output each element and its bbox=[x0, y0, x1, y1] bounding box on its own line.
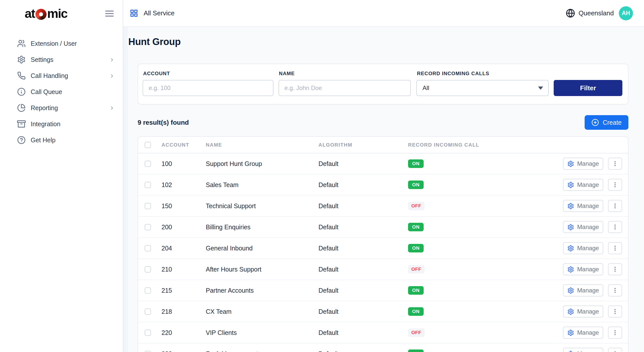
plus-circle-icon bbox=[591, 119, 599, 126]
manage-button[interactable]: Manage bbox=[563, 242, 603, 254]
cell-algorithm: Default bbox=[318, 308, 408, 315]
name-filter-input[interactable] bbox=[278, 80, 411, 96]
manage-button-label: Manage bbox=[577, 181, 599, 188]
manage-button[interactable]: Manage bbox=[563, 305, 603, 318]
sidebar-item-call-queue[interactable]: Call Queue bbox=[0, 84, 123, 100]
cell-algorithm: Default bbox=[318, 287, 408, 294]
brand-logo: atmic bbox=[25, 6, 67, 21]
manage-button-label: Manage bbox=[577, 350, 599, 352]
record-status-badge: OFF bbox=[408, 265, 425, 274]
all-service-button[interactable]: All Service bbox=[130, 9, 175, 17]
cell-name: Billing Enquiries bbox=[206, 224, 318, 231]
row-menu-button[interactable] bbox=[608, 179, 622, 191]
row-menu-button[interactable] bbox=[608, 158, 622, 170]
gear-icon bbox=[567, 224, 574, 231]
manage-button[interactable]: Manage bbox=[563, 158, 603, 170]
row-checkbox[interactable] bbox=[145, 182, 151, 188]
row-checkbox[interactable] bbox=[145, 287, 151, 294]
select-all-checkbox[interactable] bbox=[145, 142, 151, 148]
filter-panel: ACCOUNT NAME RECORD INCOMING CALLS All F… bbox=[138, 64, 628, 105]
kebab-icon bbox=[612, 203, 618, 209]
record-filter-label: RECORD INCOMING CALLS bbox=[417, 71, 549, 76]
gear-icon bbox=[567, 287, 574, 294]
kebab-icon bbox=[612, 182, 618, 188]
row-menu-button[interactable] bbox=[608, 305, 622, 318]
row-checkbox[interactable] bbox=[145, 161, 151, 167]
sidebar-item-get-help[interactable]: Get Help bbox=[0, 132, 123, 148]
record-status-badge: ON bbox=[408, 349, 424, 352]
sidebar-item-integration[interactable]: Integration bbox=[0, 116, 123, 132]
manage-button[interactable]: Manage bbox=[563, 348, 603, 352]
chevron-right-icon bbox=[109, 57, 115, 62]
gear-icon bbox=[567, 203, 574, 209]
chevron-right-icon bbox=[109, 105, 115, 111]
cell-algorithm: Default bbox=[318, 329, 408, 336]
row-menu-button[interactable] bbox=[608, 221, 622, 233]
record-status-badge: OFF bbox=[408, 328, 425, 337]
create-button[interactable]: Create bbox=[585, 115, 628, 130]
manage-button[interactable]: Manage bbox=[563, 263, 603, 275]
table-row: 210 After Hours Support Default OFF Mana… bbox=[138, 259, 628, 280]
cell-account: 200 bbox=[162, 224, 206, 231]
sidebar-item-settings[interactable]: Settings bbox=[0, 52, 123, 68]
cell-algorithm: Default bbox=[318, 350, 408, 352]
info-icon bbox=[17, 87, 26, 96]
grid-icon bbox=[130, 9, 138, 17]
sidebar-item-reporting[interactable]: Reporting bbox=[0, 100, 123, 116]
sidebar-item-call-handling[interactable]: Call Handling bbox=[0, 68, 123, 84]
sidebar-item-label: Get Help bbox=[31, 137, 56, 144]
row-checkbox[interactable] bbox=[145, 203, 151, 209]
menu-toggle-button[interactable] bbox=[105, 9, 114, 18]
row-checkbox[interactable] bbox=[145, 266, 151, 273]
row-checkbox[interactable] bbox=[145, 309, 151, 315]
account-filter-label: ACCOUNT bbox=[143, 71, 273, 76]
name-filter-field: NAME bbox=[278, 71, 411, 96]
sidebar: atmic Extension / User Settings Call Han… bbox=[0, 0, 123, 352]
manage-button[interactable]: Manage bbox=[563, 179, 603, 191]
pie-chart-icon bbox=[17, 104, 26, 112]
row-menu-button[interactable] bbox=[608, 263, 622, 275]
manage-button[interactable]: Manage bbox=[563, 200, 603, 212]
row-checkbox[interactable] bbox=[145, 330, 151, 336]
cell-account: 102 bbox=[162, 181, 206, 189]
caret-down-icon bbox=[538, 86, 543, 90]
record-status-badge: OFF bbox=[408, 202, 425, 210]
cell-algorithm: Default bbox=[318, 266, 408, 273]
record-filter-field: RECORD INCOMING CALLS All bbox=[416, 71, 549, 96]
sidebar-item-label: Settings bbox=[31, 56, 53, 63]
filter-button[interactable]: Filter bbox=[554, 80, 622, 96]
row-menu-button[interactable] bbox=[608, 200, 622, 212]
row-menu-button[interactable] bbox=[608, 242, 622, 254]
record-status-badge: ON bbox=[408, 307, 424, 316]
sidebar-item-extension-user[interactable]: Extension / User bbox=[0, 35, 123, 52]
kebab-icon bbox=[612, 287, 618, 294]
table-row: 204 General Inbound Default ON Manage bbox=[138, 238, 628, 259]
row-menu-button[interactable] bbox=[608, 348, 622, 352]
row-checkbox[interactable] bbox=[145, 224, 151, 230]
table-row: 150 Technical Support Default OFF Manage bbox=[138, 196, 628, 217]
cell-account: 210 bbox=[162, 266, 206, 273]
cell-algorithm: Default bbox=[318, 160, 408, 167]
manage-button[interactable]: Manage bbox=[563, 284, 603, 296]
region-selector[interactable]: Queensland bbox=[566, 9, 614, 18]
cell-name: CX Team bbox=[206, 308, 318, 315]
row-checkbox[interactable] bbox=[145, 245, 151, 251]
manage-button-label: Manage bbox=[577, 308, 599, 315]
cell-name: Fault Management bbox=[206, 350, 318, 352]
row-menu-button[interactable] bbox=[608, 327, 622, 339]
name-filter-label: NAME bbox=[279, 71, 411, 76]
archive-icon bbox=[17, 120, 26, 128]
row-checkbox[interactable] bbox=[145, 351, 151, 352]
record-filter-select[interactable]: All bbox=[416, 80, 549, 96]
table-row: 102 Sales Team Default ON Manage bbox=[138, 174, 628, 196]
account-filter-input[interactable] bbox=[143, 80, 273, 96]
help-icon bbox=[17, 136, 26, 144]
table-row: 215 Partner Accounts Default ON Manage bbox=[138, 280, 628, 301]
manage-button[interactable]: Manage bbox=[563, 327, 603, 339]
kebab-icon bbox=[612, 350, 618, 352]
logo-o-mark bbox=[35, 9, 47, 20]
row-menu-button[interactable] bbox=[608, 284, 622, 296]
hunt-group-table: ACCOUNT NAME ALGORITHM RECORD INCOMING C… bbox=[138, 136, 628, 352]
avatar[interactable]: AH bbox=[619, 6, 633, 20]
manage-button[interactable]: Manage bbox=[563, 221, 603, 233]
